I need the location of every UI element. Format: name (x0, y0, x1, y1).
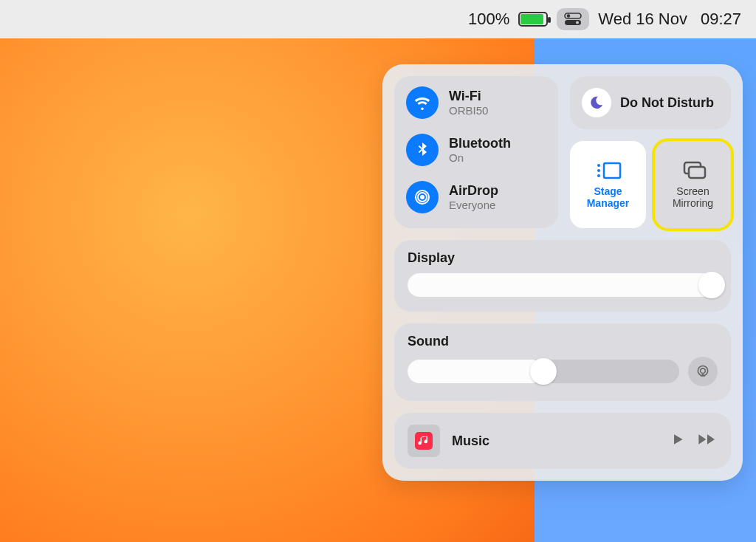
menubar-date[interactable]: Wed 16 Nov (598, 10, 687, 29)
brightness-thumb[interactable] (698, 272, 725, 298)
bluetooth-icon (406, 134, 439, 166)
bluetooth-toggle[interactable]: Bluetooth On (406, 134, 546, 166)
wifi-network-name: ORBI50 (449, 104, 488, 117)
svg-rect-10 (604, 163, 620, 178)
svg-point-8 (597, 169, 600, 172)
bluetooth-status: On (449, 151, 511, 164)
screen-mirroring-icon (678, 160, 708, 181)
svg-point-7 (597, 164, 600, 167)
bluetooth-title: Bluetooth (449, 136, 511, 151)
volume-fill (408, 360, 543, 383)
moon-icon (582, 88, 611, 117)
control-center-panel: Wi-Fi ORBI50 Bluetooth On (382, 64, 743, 481)
svg-point-1 (567, 14, 570, 17)
wifi-title: Wi-Fi (449, 89, 488, 104)
battery-icon (518, 12, 548, 27)
menubar-time[interactable]: 09:27 (701, 10, 741, 29)
svg-rect-15 (415, 432, 433, 450)
svg-point-9 (597, 174, 600, 177)
airplay-audio-button[interactable] (688, 357, 718, 386)
volume-thumb[interactable] (530, 358, 557, 385)
focus-toggle[interactable]: Do Not Disturb (570, 76, 731, 129)
wifi-icon (406, 86, 439, 119)
next-track-button[interactable] (697, 432, 718, 450)
airdrop-toggle[interactable]: AirDrop Everyone (406, 181, 546, 213)
stage-manager-label: Stage Manager (573, 185, 643, 209)
display-module: Display ☀︎ (394, 240, 731, 312)
svg-point-3 (576, 21, 579, 24)
sound-title: Sound (408, 334, 718, 349)
wifi-toggle[interactable]: Wi-Fi ORBI50 (406, 86, 546, 119)
brightness-fill (408, 273, 718, 297)
stage-manager-button[interactable]: Stage Manager (570, 141, 646, 228)
focus-title: Do Not Disturb (620, 95, 714, 111)
desktop: Wi-Fi ORBI50 Bluetooth On (0, 38, 756, 542)
stage-manager-icon (594, 160, 623, 181)
now-playing-title: Music (452, 433, 659, 449)
brightness-slider[interactable]: ☀︎ (408, 273, 718, 297)
svg-rect-12 (689, 167, 705, 178)
svg-point-4 (420, 195, 425, 199)
screen-mirroring-label: Screen Mirroring (658, 185, 728, 209)
volume-slider[interactable]: 🔊 (408, 360, 679, 383)
now-playing-module[interactable]: Music (394, 413, 731, 469)
control-center-menubar-button[interactable] (557, 8, 589, 30)
airplay-icon (695, 364, 710, 379)
airdrop-icon (406, 181, 439, 213)
airdrop-title: AirDrop (449, 183, 498, 199)
play-button[interactable] (670, 432, 685, 450)
sound-module: Sound 🔊 (394, 323, 731, 401)
airdrop-visibility: Everyone (449, 199, 498, 211)
display-title: Display (408, 250, 718, 266)
menubar: 100% Wed 16 Nov 09:27 (0, 0, 756, 38)
battery-percentage: 100% (468, 10, 509, 29)
music-app-icon (408, 425, 440, 457)
screen-mirroring-button[interactable]: Screen Mirroring (655, 141, 731, 228)
control-center-icon (564, 13, 582, 26)
connectivity-module: Wi-Fi ORBI50 Bluetooth On (394, 76, 558, 228)
svg-point-13 (701, 368, 706, 374)
